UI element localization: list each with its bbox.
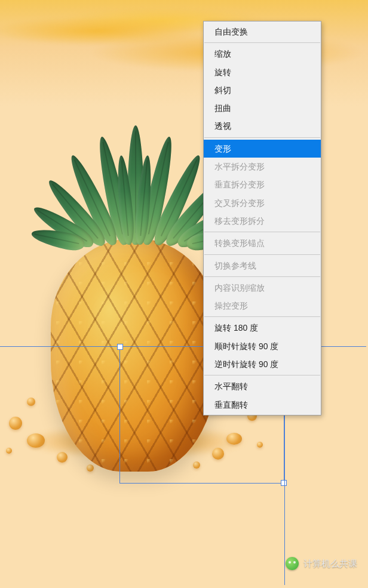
menu-perspective[interactable]: 透视 [204, 117, 321, 135]
menu-split-warp-v: 垂直拆分变形 [204, 176, 321, 193]
menu-rotate[interactable]: 旋转 [204, 63, 321, 81]
menu-content-aware-scale: 内容识别缩放 [204, 279, 321, 297]
menu-separator [204, 316, 320, 317]
menu-flip-horizontal[interactable]: 水平翻转 [204, 377, 321, 395]
menu-rotate-ccw-90[interactable]: 逆时针旋转 90 度 [204, 355, 321, 373]
menu-toggle-guides: 切换参考线 [204, 257, 321, 275]
menu-convert-warp-anchor: 转换变形锚点 [204, 234, 321, 252]
menu-warp[interactable]: 变形 [204, 140, 321, 158]
menu-separator [204, 276, 320, 277]
transform-context-menu: 自由变换 缩放 旋转 斜切 扭曲 透视 变形 水平拆分变形 垂直拆分变形 交叉拆… [203, 21, 321, 415]
menu-distort[interactable]: 扭曲 [204, 99, 321, 117]
menu-rotate-180[interactable]: 旋转 180 度 [204, 319, 321, 337]
menu-free-transform[interactable]: 自由变换 [204, 23, 321, 41]
pineapple-body [51, 239, 218, 472]
menu-separator [204, 254, 320, 255]
pineapple-crown [39, 119, 230, 251]
menu-separator [204, 375, 320, 375]
menu-separator [204, 137, 320, 138]
menu-split-warp-h: 水平拆分变形 [204, 158, 321, 176]
menu-separator [204, 232, 320, 232]
menu-flip-vertical[interactable]: 垂直翻转 [204, 396, 321, 414]
menu-remove-warp-split: 移去变形拆分 [204, 212, 321, 230]
menu-puppet-warp: 操控变形 [204, 297, 321, 315]
wechat-icon [286, 557, 299, 570]
transform-handle-right[interactable] [281, 480, 287, 486]
menu-split-warp-cross: 交叉拆分变形 [204, 194, 321, 212]
menu-rotate-cw-90[interactable]: 顺时针旋转 90 度 [204, 337, 321, 355]
menu-scale[interactable]: 缩放 [204, 45, 321, 63]
watermark-text: 计算机么共课 [303, 558, 357, 569]
menu-separator [204, 42, 320, 43]
watermark: 计算机么共课 [286, 557, 357, 570]
menu-skew[interactable]: 斜切 [204, 81, 321, 99]
